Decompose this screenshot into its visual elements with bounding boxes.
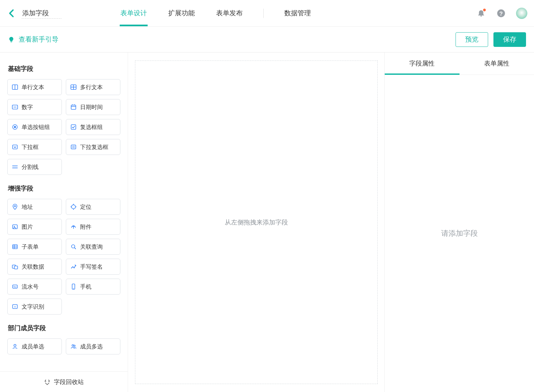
- left-sidebar: 基础字段单行文本多行文本数字日期时间单选按钮组复选框组下拉框下拉复选框分割线增强…: [0, 53, 128, 392]
- field-palette-scroll[interactable]: 基础字段单行文本多行文本数字日期时间单选按钮组复选框组下拉框下拉复选框分割线增强…: [0, 53, 128, 371]
- field-multiselect[interactable]: 下拉复选框: [66, 139, 120, 155]
- header-right: ?: [476, 8, 527, 19]
- notifications-button[interactable]: [476, 8, 486, 18]
- field-label: 关联查询: [80, 243, 103, 251]
- top-header: 表单设计 扩展功能 表单发布 数据管理 ?: [0, 0, 534, 27]
- top-tabs: 表单设计 扩展功能 表单发布 数据管理: [120, 0, 312, 26]
- tab-publish[interactable]: 表单发布: [215, 0, 243, 26]
- field-label: 单行文本: [22, 83, 44, 91]
- field-grid: 地址定位图片附件子表单关联查询关联数据手写签名流水号手机文字识别: [7, 199, 120, 315]
- field-ocr[interactable]: 文字识别: [7, 299, 62, 315]
- field-label: 流水号: [22, 283, 39, 291]
- field-serial[interactable]: 流水号: [7, 279, 62, 295]
- field-linkdata[interactable]: 关联数据: [7, 259, 62, 275]
- field-member-multi[interactable]: 成员多选: [66, 338, 120, 354]
- text-multi-icon: [70, 84, 77, 90]
- user-avatar[interactable]: [516, 8, 527, 19]
- serial-icon: [12, 283, 18, 290]
- target-icon: [70, 203, 77, 210]
- tab-separator: [263, 9, 264, 18]
- main-area: 基础字段单行文本多行文本数字日期时间单选按钮组复选框组下拉框下拉复选框分割线增强…: [0, 53, 534, 392]
- properties-tabs: 字段属性 表单属性: [385, 53, 534, 75]
- field-group-title: 基础字段: [8, 65, 120, 73]
- field-label: 地址: [22, 203, 33, 211]
- field-label: 下拉复选框: [80, 143, 108, 151]
- svg-text:?: ?: [499, 10, 503, 17]
- field-label: 多行文本: [80, 83, 103, 91]
- svg-rect-52: [11, 42, 12, 42]
- properties-empty-hint: 请添加字段: [441, 228, 478, 238]
- field-label: 手机: [80, 283, 91, 291]
- field-label: 图片: [22, 223, 33, 231]
- canvas-empty-hint: 从左侧拖拽来添加字段: [225, 218, 288, 227]
- member-multi-icon: [70, 343, 77, 350]
- field-label: 定位: [80, 203, 91, 211]
- field-label: 分割线: [22, 163, 39, 171]
- newbie-guide-link[interactable]: 查看新手引导: [8, 35, 59, 44]
- back-button[interactable]: [5, 7, 18, 20]
- signature-icon: [70, 263, 77, 270]
- tab-data-manage[interactable]: 数据管理: [284, 0, 312, 26]
- form-canvas-dropzone[interactable]: 从左侧拖拽来添加字段: [135, 61, 378, 384]
- field-grid: 成员单选成员多选: [7, 338, 120, 354]
- multiselect-icon: [70, 144, 77, 150]
- field-label: 子表单: [22, 243, 39, 251]
- save-button[interactable]: 保存: [493, 32, 526, 47]
- field-member-single[interactable]: 成员单选: [7, 338, 62, 354]
- linksearch-icon: [70, 243, 77, 250]
- field-label: 手写签名: [80, 263, 103, 271]
- field-phone[interactable]: 手机: [66, 279, 120, 295]
- datetime-icon: [70, 104, 77, 110]
- field-label: 附件: [80, 223, 91, 231]
- ocr-icon: [12, 303, 18, 310]
- field-signature[interactable]: 手写签名: [66, 259, 120, 275]
- field-label: 日期时间: [80, 103, 103, 111]
- field-subtable[interactable]: 子表单: [7, 239, 62, 255]
- lightbulb-icon: [8, 36, 15, 43]
- field-label: 数字: [22, 103, 33, 111]
- field-text-single[interactable]: 单行文本: [7, 79, 62, 95]
- pin-icon: [12, 203, 18, 210]
- image-icon: [12, 223, 18, 230]
- radio-icon: [12, 124, 18, 130]
- field-datetime[interactable]: 日期时间: [66, 99, 120, 115]
- help-button[interactable]: ?: [496, 8, 506, 18]
- text-single-icon: [12, 84, 18, 90]
- properties-panel: 字段属性 表单属性 请添加字段: [384, 53, 534, 392]
- field-target[interactable]: 定位: [66, 199, 120, 215]
- tab-field-props[interactable]: 字段属性: [385, 53, 460, 74]
- tab-extensions[interactable]: 扩展功能: [168, 0, 196, 26]
- field-label: 复选框组: [80, 123, 103, 131]
- field-select[interactable]: 下拉框: [7, 139, 62, 155]
- field-number[interactable]: 数字: [7, 99, 62, 115]
- field-image[interactable]: 图片: [7, 219, 62, 235]
- properties-body: 请添加字段: [385, 75, 534, 392]
- checkbox-icon: [70, 124, 77, 130]
- phone-icon: [70, 283, 77, 290]
- field-group-title: 增强字段: [8, 184, 120, 193]
- field-divider[interactable]: 分割线: [7, 159, 62, 175]
- field-label: 关联数据: [22, 263, 44, 271]
- chevron-left-icon: [7, 9, 16, 18]
- field-label: 单选按钮组: [22, 123, 50, 131]
- field-label: 文字识别: [22, 303, 44, 311]
- form-title-input[interactable]: [22, 8, 62, 19]
- divider-icon: [12, 164, 18, 170]
- number-icon: [12, 104, 18, 110]
- tab-form-design[interactable]: 表单设计: [120, 0, 148, 26]
- field-linksearch[interactable]: 关联查询: [66, 239, 120, 255]
- field-recycle-bin[interactable]: 字段回收站: [0, 371, 128, 392]
- tab-form-props[interactable]: 表单属性: [460, 53, 534, 74]
- field-pin[interactable]: 地址: [7, 199, 62, 215]
- field-label: 成员多选: [80, 343, 103, 350]
- sub-header-actions: 预览 保存: [456, 32, 526, 47]
- field-radio[interactable]: 单选按钮组: [7, 119, 62, 135]
- field-label: 成员单选: [22, 343, 44, 350]
- preview-button[interactable]: 预览: [456, 32, 488, 47]
- field-text-multi[interactable]: 多行文本: [66, 79, 120, 95]
- linkdata-icon: [12, 263, 18, 270]
- guide-label: 查看新手引导: [19, 35, 59, 44]
- select-icon: [12, 144, 18, 150]
- field-upload[interactable]: 附件: [66, 219, 120, 235]
- field-checkbox[interactable]: 复选框组: [66, 119, 120, 135]
